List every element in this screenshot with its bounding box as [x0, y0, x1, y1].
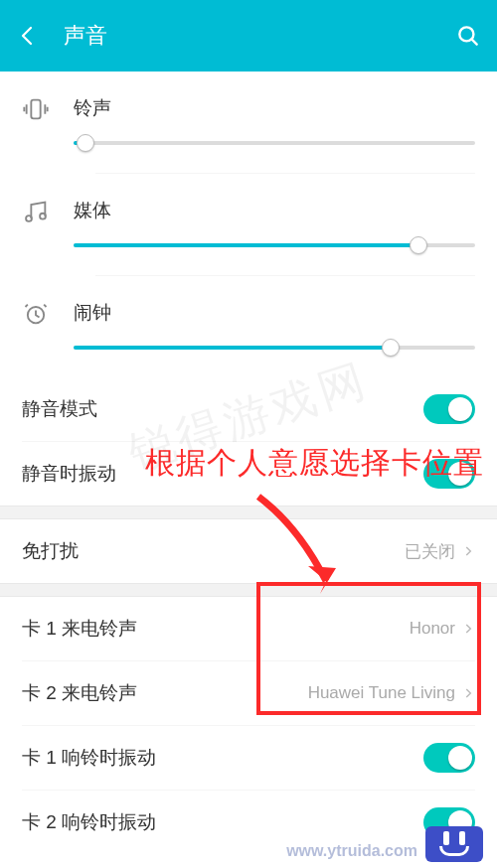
ringtone-slider[interactable] [74, 141, 475, 145]
svg-rect-1 [31, 100, 40, 119]
row-vibrate-on-silent: 静音时振动 [0, 442, 497, 506]
music-icon [22, 198, 50, 225]
search-icon[interactable] [455, 23, 481, 49]
vibrate-icon [22, 95, 50, 123]
row-sim2-vibrate-on-ring: 卡 2 响铃时振动 [0, 791, 497, 854]
row-label: 静音时振动 [22, 461, 116, 487]
volume-row-ringtone: 铃声 [22, 72, 475, 173]
sim2-ring-vibrate-toggle[interactable] [423, 807, 475, 837]
row-label: 静音模式 [22, 396, 97, 422]
sim1-ring-vibrate-toggle[interactable] [423, 743, 475, 773]
row-sim1-ringtone[interactable]: 卡 1 来电铃声 Honor [0, 597, 497, 660]
volume-section: 铃声 媒体 闹钟 [0, 72, 497, 377]
alarm-slider[interactable] [74, 346, 475, 350]
chevron-right-icon [461, 686, 475, 700]
row-label: 卡 2 响铃时振动 [22, 809, 156, 835]
chevron-right-icon [461, 544, 475, 558]
row-label: 卡 1 来电铃声 [22, 616, 137, 642]
volume-label: 铃声 [74, 95, 475, 121]
page-title: 声音 [64, 21, 455, 51]
row-dnd[interactable]: 免打扰 已关闭 [0, 519, 497, 583]
row-sim1-vibrate-on-ring: 卡 1 响铃时振动 [0, 726, 497, 790]
row-sim2-ringtone[interactable]: 卡 2 来电铃声 Huawei Tune Living [0, 661, 497, 725]
silent-toggle[interactable] [423, 394, 475, 424]
row-label: 卡 1 响铃时振动 [22, 745, 156, 771]
vibrate-silent-toggle[interactable] [423, 459, 475, 489]
row-value: Honor [410, 619, 455, 639]
volume-label: 闹钟 [74, 300, 475, 326]
media-slider[interactable] [74, 243, 475, 247]
volume-label: 媒体 [74, 198, 475, 223]
svg-point-2 [26, 216, 32, 221]
back-icon[interactable] [16, 24, 40, 48]
row-label: 卡 2 来电铃声 [22, 680, 137, 706]
row-value: 已关闭 [405, 540, 455, 563]
svg-point-3 [40, 214, 46, 219]
header: 声音 [0, 0, 497, 72]
volume-row-alarm: 闹钟 [22, 276, 475, 377]
volume-row-media: 媒体 [22, 174, 475, 275]
chevron-right-icon [461, 622, 475, 636]
row-silent-mode: 静音模式 [0, 377, 497, 441]
alarm-icon [22, 300, 50, 328]
row-label: 免打扰 [22, 538, 79, 564]
row-value: Huawei Tune Living [308, 683, 455, 703]
section-divider [0, 583, 497, 597]
section-divider [0, 506, 497, 519]
